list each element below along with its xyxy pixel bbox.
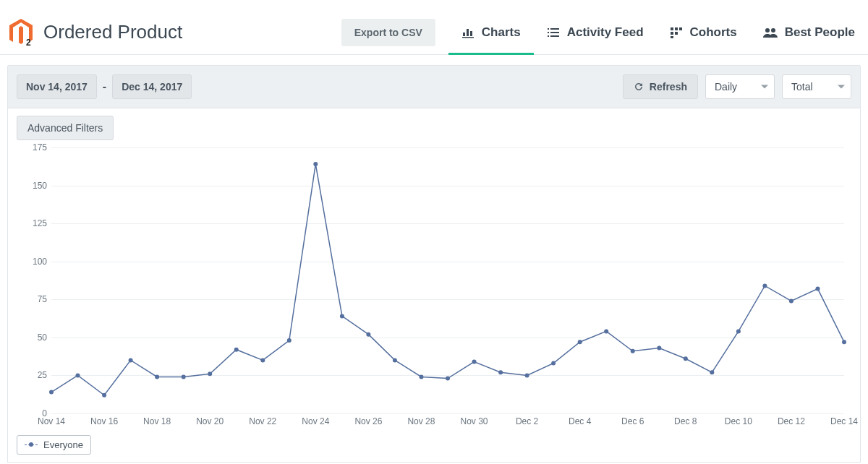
x-axis-tick-label: Nov 18	[143, 416, 171, 426]
chart-data-point[interactable]	[472, 360, 477, 364]
x-axis-tick-label: Nov 30	[461, 416, 488, 426]
tab-label: Cohorts	[690, 25, 737, 40]
metric-value: Total	[791, 81, 813, 93]
granularity-value: Daily	[715, 81, 737, 93]
refresh-button[interactable]: Refresh	[623, 74, 698, 99]
advanced-filters-button[interactable]: Advanced Filters	[17, 116, 114, 140]
chart-data-point[interactable]	[366, 332, 370, 337]
chevron-down-icon	[761, 85, 768, 89]
y-axis-tick-label: 125	[30, 218, 47, 228]
chart-data-point[interactable]	[313, 162, 318, 166]
x-axis-tick-label: Dec 2	[516, 416, 538, 426]
chart-data-point[interactable]	[182, 375, 186, 379]
y-axis-tick-label: 150	[30, 181, 47, 191]
list-icon	[547, 27, 560, 38]
date-range-separator: -	[97, 80, 112, 93]
x-axis-tick-label: Dec 4	[569, 416, 591, 426]
chart-data-point[interactable]	[76, 373, 80, 377]
export-csv-button[interactable]: Export to CSV	[341, 19, 435, 46]
panel-subbar: Advanced Filters	[7, 108, 861, 140]
chart-data-point[interactable]	[816, 287, 820, 291]
chart-data-point[interactable]	[684, 356, 688, 361]
tab-label: Charts	[482, 25, 521, 40]
svg-text:2: 2	[26, 38, 31, 47]
x-axis-tick-label: Dec 10	[725, 416, 752, 426]
line-chart: 0255075100125150175Nov 14Nov 16Nov 18Nov…	[17, 142, 851, 431]
chart-data-point[interactable]	[129, 358, 133, 362]
chart-data-point[interactable]	[631, 349, 635, 353]
chart-data-point[interactable]	[287, 338, 292, 343]
tab-charts[interactable]: Charts	[448, 11, 534, 54]
refresh-icon	[634, 82, 644, 92]
date-to-chip[interactable]: Dec 14, 2017	[112, 74, 192, 99]
x-axis-tick-label: Nov 28	[407, 416, 435, 426]
y-axis-tick-label: 25	[30, 370, 47, 380]
chart-data-point[interactable]	[842, 340, 846, 344]
y-axis-tick-label: 175	[30, 142, 47, 152]
x-axis-tick-label: Nov 16	[90, 416, 118, 426]
tab-cohorts[interactable]: Cohorts	[657, 11, 750, 54]
svg-point-4	[771, 28, 775, 33]
chart-data-point[interactable]	[155, 375, 159, 379]
header-bar: 2 Ordered Product Export to CSV Charts A…	[0, 0, 868, 55]
chart-data-point[interactable]	[789, 298, 793, 303]
chart-legend[interactable]: Everyone	[17, 435, 91, 455]
x-axis-tick-label: Nov 26	[354, 416, 382, 426]
chevron-down-icon	[838, 85, 845, 89]
legend-swatch-icon	[25, 442, 38, 448]
chart-data-point[interactable]	[49, 390, 54, 395]
chart-data-point[interactable]	[710, 370, 714, 374]
chart-data-point[interactable]	[260, 358, 265, 362]
chart-panel: Nov 14, 2017 - Dec 14, 2017 Refresh Dail…	[7, 65, 861, 463]
chart-data-point[interactable]	[234, 348, 239, 352]
chart-container: 0255075100125150175Nov 14Nov 16Nov 18Nov…	[7, 140, 861, 463]
x-axis-tick-label: Nov 20	[196, 416, 224, 426]
chart-series	[51, 147, 844, 413]
x-axis-tick-label: Nov 24	[302, 416, 329, 426]
magento-logo: 2	[9, 18, 33, 47]
grid-icon	[670, 27, 683, 38]
x-axis-tick-label: Dec 8	[674, 416, 697, 426]
y-axis-tick-label: 75	[30, 294, 47, 304]
chart-data-point[interactable]	[393, 358, 397, 362]
y-axis-tick-label: 50	[30, 332, 47, 343]
panel-toolbar: Nov 14, 2017 - Dec 14, 2017 Refresh Dail…	[7, 65, 861, 108]
chart-data-point[interactable]	[525, 373, 529, 377]
legend-series-label: Everyone	[43, 439, 83, 450]
chart-data-point[interactable]	[102, 393, 106, 398]
chart-data-point[interactable]	[498, 370, 503, 374]
chart-data-point[interactable]	[551, 361, 556, 366]
chart-data-point[interactable]	[340, 314, 344, 318]
chart-gridline	[51, 413, 844, 414]
svg-marker-1	[19, 26, 23, 44]
date-from-chip[interactable]: Nov 14, 2017	[17, 74, 97, 99]
chart-data-point[interactable]	[446, 377, 450, 381]
tab-label: Activity Feed	[567, 25, 644, 40]
chart-data-point[interactable]	[736, 329, 741, 333]
y-axis-tick-label: 100	[30, 257, 47, 267]
x-axis-tick-label: Nov 22	[249, 416, 276, 426]
x-axis-tick-label: Dec 12	[778, 416, 805, 426]
tab-label: Best People	[785, 25, 855, 40]
chart-data-point[interactable]	[208, 371, 212, 376]
refresh-label: Refresh	[650, 81, 687, 93]
x-axis-tick-label: Dec 14	[830, 416, 858, 426]
page-title: Ordered Product	[43, 21, 182, 43]
tab-activity-feed[interactable]: Activity Feed	[534, 11, 657, 54]
bar-chart-icon	[461, 27, 475, 38]
chart-data-point[interactable]	[420, 375, 424, 379]
svg-point-3	[765, 28, 770, 33]
tab-best-people[interactable]: Best People	[750, 11, 868, 54]
header-nav: Export to CSV Charts Activity Feed Cohor…	[341, 10, 868, 54]
people-icon	[763, 27, 778, 38]
chart-data-point[interactable]	[657, 346, 661, 351]
x-axis-tick-label: Nov 14	[38, 416, 65, 426]
metric-select[interactable]: Total	[782, 74, 851, 99]
chart-data-point[interactable]	[762, 283, 767, 288]
x-axis-tick-label: Dec 6	[621, 416, 644, 426]
granularity-select[interactable]: Daily	[705, 74, 775, 99]
chart-data-point[interactable]	[604, 329, 608, 333]
chart-data-point[interactable]	[578, 340, 582, 344]
